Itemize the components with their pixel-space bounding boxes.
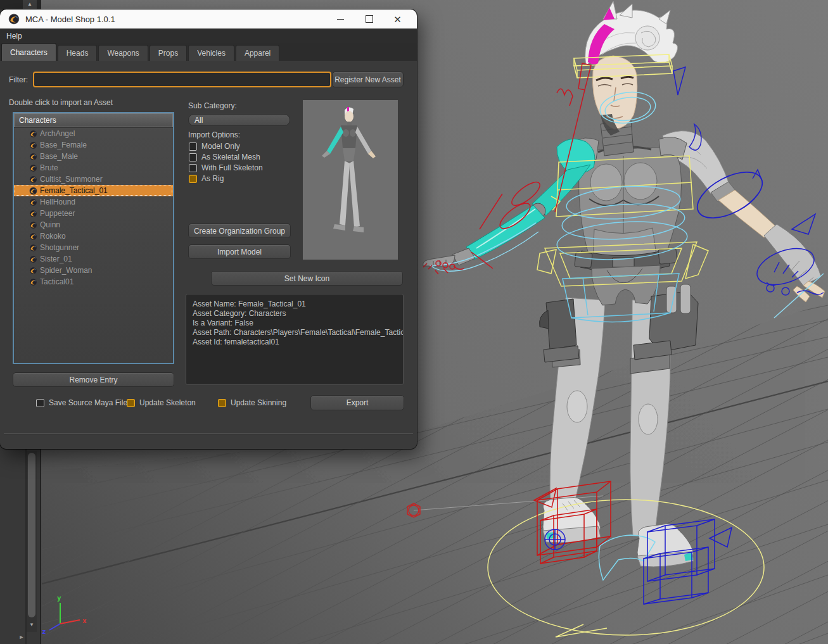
list-item[interactable]: Sister_01: [14, 253, 173, 265]
asset-info-line: Asset Name: Female_Tactical_01: [193, 300, 397, 309]
checkbox-as-skeletal-mesh[interactable]: As Skeletal Mesh: [189, 153, 260, 161]
filter-input[interactable]: [33, 72, 331, 87]
list-item-label: HellHound: [40, 198, 75, 206]
list-item-label: Sister_01: [40, 255, 72, 263]
menu-bar: Help: [0, 28, 417, 43]
scrollbar-thumb[interactable]: [28, 453, 35, 617]
close-icon: ✕: [393, 15, 402, 24]
list-hint: Double click to import an Asset: [9, 98, 113, 107]
screen: { "window": { "title": "MCA - Model Shop…: [0, 0, 828, 644]
maya-asset-icon: [29, 130, 37, 138]
tab-weapons[interactable]: Weapons: [98, 45, 148, 61]
dialog-content: Filter: Register New Asset Double click …: [0, 61, 417, 449]
create-organization-group-button[interactable]: Create Organization Group: [188, 224, 291, 238]
list-item[interactable]: Shotgunner: [14, 242, 173, 253]
scroll-down-icon[interactable]: ▼: [27, 621, 37, 629]
title-bar[interactable]: MCA - Model Shop 1.0.1 ✕: [0, 9, 417, 28]
list-item[interactable]: Cultist_Summoner: [14, 174, 173, 185]
model-only-checkbox[interactable]: [189, 142, 197, 151]
asset-list[interactable]: Characters ArchAngel Base_Female Base_Ma…: [13, 112, 174, 364]
filter-label: Filter:: [9, 75, 28, 84]
footer-separator: [4, 433, 413, 434]
list-item-label: Base_Male: [40, 152, 78, 161]
list-item-label: Female_Tactical_01: [40, 186, 108, 195]
list-item[interactable]: Quinn: [14, 219, 173, 230]
with-full-skeleton-checkbox[interactable]: [189, 164, 197, 172]
maya-asset-icon: [29, 278, 37, 286]
set-new-icon-button[interactable]: Set New Icon: [211, 271, 403, 286]
list-item[interactable]: Base_Male: [14, 151, 173, 162]
maya-asset-icon: [29, 210, 37, 218]
tab-vehicles[interactable]: Vehicles: [188, 45, 234, 61]
maya-asset-icon: [29, 255, 37, 263]
maximize-button[interactable]: [355, 9, 383, 28]
checkbox-update-skeleton[interactable]: Update Skeleton: [127, 398, 196, 407]
list-item[interactable]: ArchAngel: [14, 128, 173, 139]
panel-expand-icon[interactable]: ►: [16, 633, 27, 641]
scroll-up-icon[interactable]: ▲: [23, 0, 37, 9]
maya-asset-icon: [29, 198, 37, 206]
asset-list-items: ArchAngel Base_Female Base_Male Brute Cu…: [14, 128, 173, 287]
list-item-label: Brute: [40, 163, 58, 172]
sub-category-select[interactable]: All: [188, 114, 290, 126]
minimize-icon: [337, 19, 344, 20]
list-item-label: Base_Female: [40, 141, 87, 149]
category-tabs: Characters Heads Weapons Props Vehicles …: [0, 43, 417, 61]
list-item[interactable]: Brute: [14, 162, 173, 174]
asset-list-header[interactable]: Characters: [14, 113, 173, 128]
register-new-asset-button[interactable]: Register New Asset: [332, 72, 404, 87]
checkbox-save-source-maya-file[interactable]: Save Source Maya File: [36, 398, 127, 407]
asset-info-box: Asset Name: Female_Tactical_01 Asset Cat…: [186, 294, 404, 385]
asset-info-line: Is a Variant: False: [193, 319, 397, 328]
list-item[interactable]: Rokoko: [14, 230, 173, 242]
maya-asset-icon: [29, 141, 37, 149]
list-item[interactable]: Spider_Woman: [14, 265, 173, 276]
list-item[interactable]: Tactical01: [14, 276, 173, 287]
as-skeletal-mesh-checkbox[interactable]: [189, 153, 197, 161]
checkbox-as-rig[interactable]: As Rig: [189, 174, 224, 183]
save-source-maya-file-checkbox[interactable]: [36, 399, 44, 407]
asset-info-line: Asset Path: Characters\Players\Female\Ta…: [193, 328, 397, 338]
asset-thumbnail: [303, 100, 398, 260]
tab-props[interactable]: Props: [150, 45, 187, 61]
export-button[interactable]: Export: [310, 395, 404, 410]
checkbox-model-only[interactable]: Model Only: [189, 142, 240, 151]
tab-characters[interactable]: Characters: [1, 43, 56, 61]
maya-asset-icon: [29, 232, 37, 241]
axis-label-y: y: [57, 594, 61, 602]
rig-control-left-foot-sphere[interactable]: [545, 529, 565, 550]
close-button[interactable]: ✕: [383, 9, 412, 28]
maya-asset-icon: [29, 244, 37, 252]
as-rig-checkbox[interactable]: [189, 175, 197, 183]
list-item-label: Spider_Woman: [40, 266, 92, 275]
asset-info-line: Asset Category: Characters: [193, 309, 397, 319]
remove-entry-button[interactable]: Remove Entry: [13, 372, 174, 387]
list-item-label: Shotgunner: [40, 243, 79, 252]
tab-apparel[interactable]: Apparel: [236, 45, 279, 61]
list-item-label: ArchAngel: [40, 129, 75, 138]
checkbox-with-full-skeleton[interactable]: With Full Skeleton: [189, 163, 263, 172]
import-options-label: Import Options:: [188, 130, 240, 139]
menu-help[interactable]: Help: [0, 32, 29, 41]
minimize-button[interactable]: [326, 9, 355, 28]
list-item[interactable]: Female_Tactical_01: [14, 185, 173, 196]
update-skinning-checkbox[interactable]: [218, 399, 226, 407]
maya-asset-icon: [29, 175, 37, 184]
maya-asset-icon: [29, 187, 37, 195]
list-item[interactable]: Base_Female: [14, 139, 173, 151]
list-item-label: Quinn: [40, 220, 60, 229]
sub-category-label: Sub Category:: [188, 101, 237, 110]
checkbox-update-skinning[interactable]: Update Skinning: [218, 398, 286, 407]
app-icon: [8, 13, 20, 25]
import-model-button[interactable]: Import Model: [188, 244, 291, 259]
maximize-icon: [366, 15, 373, 23]
model-shop-window: MCA - Model Shop 1.0.1 ✕ Help Characters…: [0, 9, 417, 449]
list-item[interactable]: HellHound: [14, 196, 173, 208]
list-item-label: Cultist_Summoner: [40, 175, 103, 184]
window-title: MCA - Model Shop 1.0.1: [25, 15, 115, 24]
list-item[interactable]: Puppeteer: [14, 208, 173, 219]
tab-heads[interactable]: Heads: [58, 45, 98, 61]
maya-asset-icon: [29, 164, 37, 172]
update-skeleton-checkbox[interactable]: [127, 399, 135, 407]
asset-info-line: Asset Id: femaletactical01: [193, 338, 397, 347]
